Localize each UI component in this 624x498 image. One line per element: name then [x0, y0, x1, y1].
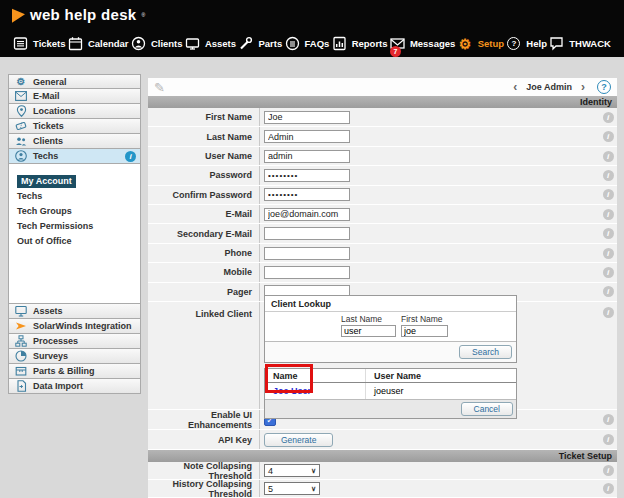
sidebar-item-label: Surveys	[33, 351, 68, 361]
password-input[interactable]	[264, 169, 350, 182]
confirm-password-row: Confirm Password i	[148, 186, 617, 205]
linked-client-label: Linked Client	[148, 302, 260, 409]
info-icon[interactable]: i	[603, 151, 614, 162]
nav-reports[interactable]: Reports	[332, 36, 388, 51]
chevron-down-icon: ∨	[311, 485, 316, 493]
section-identity: Identity	[148, 96, 617, 108]
nav-assets[interactable]: Assets	[185, 36, 236, 51]
info-icon[interactable]: i	[603, 465, 614, 476]
users-icon	[15, 135, 27, 147]
techs-info-icon[interactable]: i	[125, 151, 136, 162]
nav-label: FAQs	[305, 38, 330, 49]
lookup-last-name-input[interactable]	[341, 325, 396, 337]
info-icon[interactable]: i	[603, 286, 614, 297]
submenu-out-of-office[interactable]: Out of Office	[17, 236, 136, 247]
sidebar-item-tickets[interactable]: Tickets	[8, 119, 141, 134]
sidebar-item-assets[interactable]: Assets	[8, 304, 141, 319]
package-icon	[15, 365, 27, 377]
first-name-row: First Name i	[148, 108, 617, 127]
sidebar-item-clients[interactable]: Clients	[8, 134, 141, 149]
phone-input[interactable]	[264, 247, 350, 260]
info-icon[interactable]: i	[603, 483, 614, 494]
nav-label: Parts	[258, 38, 282, 49]
first-name-input[interactable]	[264, 111, 350, 124]
sidebar-item-processes[interactable]: Processes	[8, 334, 141, 349]
help-icon: ?	[506, 36, 521, 51]
submenu-my-account[interactable]: My Account	[17, 175, 76, 188]
info-icon[interactable]: i	[603, 209, 614, 220]
history-threshold-label: History Collapsing Threshold	[148, 480, 260, 497]
monitor-icon	[15, 305, 27, 317]
email-input[interactable]	[264, 208, 350, 221]
nav-label: Clients	[151, 38, 183, 49]
user-name-row: User Name i	[148, 147, 617, 166]
app-logo-text: web help desk	[30, 6, 136, 23]
app-header: web help desk ® Tickets Calendar Clients…	[0, 0, 624, 57]
nav-label: Messages	[410, 38, 455, 49]
user-name-input[interactable]	[264, 150, 350, 163]
top-nav: Tickets Calendar Clients Assets Parts FA…	[0, 31, 624, 56]
nav-label: Reports	[352, 38, 388, 49]
last-name-input[interactable]	[264, 130, 350, 143]
nav-label: Assets	[205, 38, 236, 49]
nav-help[interactable]: ? Help	[506, 36, 547, 51]
nav-messages[interactable]: 7 Messages	[390, 36, 455, 51]
client-lookup-title: Client Lookup	[265, 296, 516, 312]
sidebar-item-locations[interactable]: Locations	[8, 104, 141, 119]
nav-faqs[interactable]: FAQs	[285, 36, 330, 51]
info-icon[interactable]: i	[603, 248, 614, 259]
info-icon[interactable]: i	[603, 434, 614, 445]
nav-tickets[interactable]: Tickets	[13, 36, 66, 51]
submenu-tech-groups[interactable]: Tech Groups	[17, 206, 136, 217]
info-icon[interactable]: i	[603, 131, 614, 142]
submenu-techs[interactable]: Techs	[17, 191, 136, 202]
nav-label: THWACK	[569, 38, 611, 49]
my-account-panel: ✎ ‹ Joe Admin › ? Identity First Name i …	[148, 78, 617, 498]
nav-setup[interactable]: ⚙ Setup	[458, 36, 504, 51]
client-name-link[interactable]: Joe User	[273, 386, 311, 396]
sidebar-item-label: SolarWinds Integration	[33, 321, 131, 331]
tickets-icon	[13, 36, 28, 51]
secondary-email-input[interactable]	[264, 227, 350, 240]
nav-label: Tickets	[33, 38, 66, 49]
info-icon[interactable]: i	[603, 170, 614, 181]
sidebar-item-data-import[interactable]: Data Import	[8, 379, 141, 394]
info-icon[interactable]: i	[603, 189, 614, 200]
nav-thwack[interactable]: THWACK	[549, 36, 611, 51]
sidebar-item-solarwinds-integration[interactable]: SolarWinds Integration	[8, 319, 141, 334]
history-threshold-select[interactable]: 5 ∨	[264, 482, 320, 495]
user-name-column-header: User Name	[366, 371, 516, 381]
api-key-row: API Key Generate i	[148, 430, 617, 450]
info-icon[interactable]: i	[603, 228, 614, 239]
user-name-label: User Name	[148, 147, 260, 165]
cancel-button[interactable]: Cancel	[461, 402, 513, 416]
sidebar-item-parts-billing[interactable]: Parts & Billing	[8, 364, 141, 379]
nav-parts[interactable]: Parts	[238, 36, 282, 51]
info-icon[interactable]: i	[603, 414, 614, 425]
mobile-input[interactable]	[264, 266, 350, 279]
generate-button[interactable]: Generate	[264, 433, 333, 447]
info-icon[interactable]: i	[603, 307, 614, 318]
sidebar-item-email[interactable]: E-Mail	[8, 89, 141, 104]
note-threshold-select[interactable]: 4 ∨	[264, 464, 320, 477]
nav-clients[interactable]: Clients	[131, 36, 183, 51]
sidebar-item-general[interactable]: ⚙ General	[8, 74, 141, 89]
sidebar-item-techs[interactable]: Techs i	[8, 149, 141, 164]
info-icon[interactable]: i	[603, 267, 614, 278]
info-icon[interactable]: i	[603, 112, 614, 123]
next-record-icon[interactable]: ›	[581, 81, 585, 93]
search-button[interactable]: Search	[459, 345, 512, 359]
client-user-name-cell: joeuser	[366, 386, 516, 396]
solarwinds-icon	[15, 320, 27, 332]
history-threshold-row: History Collapsing Threshold 5 ∨ i	[148, 480, 617, 498]
confirm-password-input[interactable]	[264, 188, 350, 201]
secondary-email-label: Secondary E-Mail	[148, 224, 260, 242]
page-help-icon[interactable]: ?	[597, 80, 611, 94]
lookup-last-name-label: Last Name	[341, 314, 396, 324]
edit-pencil-icon[interactable]: ✎	[154, 81, 165, 94]
sidebar-item-surveys[interactable]: Surveys	[8, 349, 141, 364]
submenu-tech-permissions[interactable]: Tech Permissions	[17, 221, 136, 232]
prev-record-icon[interactable]: ‹	[513, 81, 517, 93]
nav-calendar[interactable]: Calendar	[68, 36, 129, 51]
lookup-first-name-input[interactable]	[401, 325, 448, 337]
